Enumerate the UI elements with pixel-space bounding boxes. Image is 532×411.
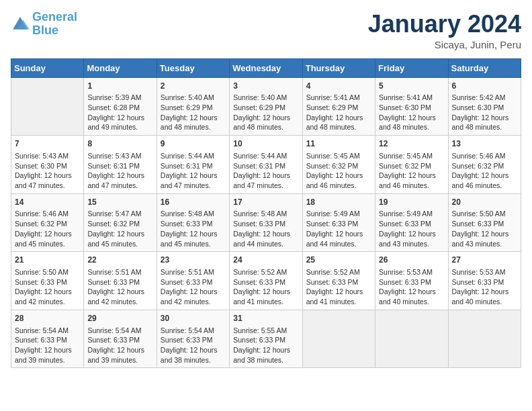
daylight-hours: Daylight: 12 hours and 40 minutes.	[379, 287, 444, 306]
calendar-cell: 15Sunrise: 5:47 AMSunset: 6:32 PMDayligh…	[84, 193, 157, 252]
daylight-hours: Daylight: 12 hours and 41 minutes.	[306, 287, 371, 306]
page-header: General Blue January 2024 Sicaya, Junin,…	[11, 11, 521, 50]
calendar-cell: 25Sunrise: 5:52 AMSunset: 6:33 PMDayligh…	[302, 252, 375, 310]
calendar-cell: 5Sunrise: 5:41 AMSunset: 6:30 PMDaylight…	[375, 77, 448, 136]
day-number: 4	[306, 81, 371, 92]
sunset: Sunset: 6:33 PM	[233, 219, 298, 229]
sunset: Sunset: 6:33 PM	[306, 277, 371, 287]
sunrise: Sunrise: 5:55 AM	[233, 326, 298, 336]
sunrise: Sunrise: 5:39 AM	[87, 93, 152, 103]
sunrise: Sunrise: 5:45 AM	[306, 151, 371, 161]
calendar-cell	[375, 310, 448, 368]
sunrise: Sunrise: 5:50 AM	[15, 267, 80, 277]
calendar-cell: 13Sunrise: 5:46 AMSunset: 6:32 PMDayligh…	[448, 136, 521, 194]
daylight-hours: Daylight: 12 hours and 46 minutes.	[379, 171, 444, 190]
calendar-cell: 12Sunrise: 5:45 AMSunset: 6:32 PMDayligh…	[375, 136, 448, 194]
sunrise: Sunrise: 5:44 AM	[161, 151, 226, 161]
sunrise: Sunrise: 5:50 AM	[452, 209, 517, 219]
day-number: 15	[87, 197, 152, 208]
sunset: Sunset: 6:33 PM	[452, 219, 517, 229]
sunset: Sunset: 6:31 PM	[233, 161, 298, 171]
calendar-cell: 10Sunrise: 5:44 AMSunset: 6:31 PMDayligh…	[230, 136, 302, 194]
calendar-cell: 1Sunrise: 5:39 AMSunset: 6:28 PMDaylight…	[84, 77, 157, 136]
calendar-header: Sunday Monday Tuesday Wednesday Thursday…	[11, 58, 521, 77]
daylight-hours: Daylight: 12 hours and 47 minutes.	[87, 171, 152, 190]
logo-icon	[11, 15, 30, 34]
calendar-cell: 26Sunrise: 5:53 AMSunset: 6:33 PMDayligh…	[375, 252, 448, 310]
calendar-cell: 18Sunrise: 5:49 AMSunset: 6:33 PMDayligh…	[302, 193, 375, 252]
daylight-hours: Daylight: 12 hours and 46 minutes.	[306, 171, 371, 190]
day-number: 21	[15, 255, 80, 266]
sunrise: Sunrise: 5:52 AM	[233, 267, 298, 277]
day-number: 13	[452, 138, 517, 150]
daylight-hours: Daylight: 12 hours and 40 minutes.	[452, 287, 517, 306]
daylight-hours: Daylight: 12 hours and 48 minutes.	[452, 113, 517, 132]
sunset: Sunset: 6:32 PM	[306, 161, 371, 171]
daylight-hours: Daylight: 12 hours and 47 minutes.	[15, 171, 80, 190]
col-friday: Friday	[375, 58, 448, 77]
calendar-cell: 22Sunrise: 5:51 AMSunset: 6:33 PMDayligh…	[84, 252, 157, 310]
daylight-hours: Daylight: 12 hours and 42 minutes.	[161, 287, 226, 306]
day-number: 6	[452, 81, 517, 92]
calendar-cell: 8Sunrise: 5:43 AMSunset: 6:31 PMDaylight…	[84, 136, 157, 194]
calendar-cell: 2Sunrise: 5:40 AMSunset: 6:29 PMDaylight…	[157, 77, 229, 136]
sunrise: Sunrise: 5:40 AM	[161, 93, 226, 103]
sunrise: Sunrise: 5:49 AM	[306, 209, 371, 219]
logo: General Blue	[11, 11, 77, 38]
daylight-hours: Daylight: 12 hours and 48 minutes.	[233, 113, 298, 132]
calendar-cell: 7Sunrise: 5:43 AMSunset: 6:30 PMDaylight…	[11, 136, 84, 194]
day-number: 30	[161, 313, 226, 324]
day-number: 11	[306, 138, 371, 150]
day-number: 3	[233, 81, 298, 92]
col-saturday: Saturday	[448, 58, 521, 77]
sunrise: Sunrise: 5:47 AM	[87, 209, 152, 219]
sunset: Sunset: 6:29 PM	[233, 103, 298, 113]
sunrise: Sunrise: 5:42 AM	[452, 93, 517, 103]
sunrise: Sunrise: 5:48 AM	[161, 209, 226, 219]
daylight-hours: Daylight: 12 hours and 46 minutes.	[452, 171, 517, 190]
day-number: 2	[161, 81, 226, 92]
title-block: January 2024 Sicaya, Junin, Peru	[368, 11, 521, 50]
calendar-cell: 17Sunrise: 5:48 AMSunset: 6:33 PMDayligh…	[230, 193, 302, 252]
sunrise: Sunrise: 5:54 AM	[15, 326, 80, 336]
sunset: Sunset: 6:28 PM	[87, 103, 152, 113]
day-number: 23	[161, 255, 226, 266]
day-number: 28	[15, 313, 80, 324]
sunrise: Sunrise: 5:51 AM	[87, 267, 152, 277]
sunset: Sunset: 6:32 PM	[379, 161, 444, 171]
calendar-cell: 6Sunrise: 5:42 AMSunset: 6:30 PMDaylight…	[448, 77, 521, 136]
calendar-cell: 19Sunrise: 5:49 AMSunset: 6:33 PMDayligh…	[375, 193, 448, 252]
day-number: 24	[233, 255, 298, 266]
day-number: 10	[233, 138, 298, 150]
sunset: Sunset: 6:29 PM	[161, 103, 226, 113]
calendar-cell: 20Sunrise: 5:50 AMSunset: 6:33 PMDayligh…	[448, 193, 521, 252]
day-number: 12	[379, 138, 444, 150]
day-number: 22	[87, 255, 152, 266]
daylight-hours: Daylight: 12 hours and 42 minutes.	[87, 287, 152, 306]
sunset: Sunset: 6:30 PM	[379, 103, 444, 113]
day-number: 29	[87, 313, 152, 324]
daylight-hours: Daylight: 12 hours and 39 minutes.	[87, 345, 152, 365]
calendar-cell: 21Sunrise: 5:50 AMSunset: 6:33 PMDayligh…	[11, 252, 84, 310]
sunset: Sunset: 6:32 PM	[87, 219, 152, 229]
calendar-cell: 14Sunrise: 5:46 AMSunset: 6:32 PMDayligh…	[11, 193, 84, 252]
daylight-hours: Daylight: 12 hours and 38 minutes.	[233, 345, 298, 365]
sunset: Sunset: 6:33 PM	[15, 335, 80, 345]
sunrise: Sunrise: 5:48 AM	[233, 209, 298, 219]
daylight-hours: Daylight: 12 hours and 41 minutes.	[233, 287, 298, 306]
logo-text: General Blue	[32, 11, 77, 38]
header-row: Sunday Monday Tuesday Wednesday Thursday…	[11, 58, 521, 77]
sunset: Sunset: 6:29 PM	[306, 103, 371, 113]
sunset: Sunset: 6:33 PM	[87, 335, 152, 345]
logo-general: General	[32, 10, 77, 24]
day-number: 31	[233, 313, 298, 324]
sunrise: Sunrise: 5:54 AM	[161, 326, 226, 336]
calendar-cell: 4Sunrise: 5:41 AMSunset: 6:29 PMDaylight…	[302, 77, 375, 136]
col-tuesday: Tuesday	[157, 58, 229, 77]
sunset: Sunset: 6:30 PM	[452, 103, 517, 113]
col-sunday: Sunday	[11, 58, 84, 77]
day-number: 25	[306, 255, 371, 266]
sunrise: Sunrise: 5:53 AM	[379, 267, 444, 277]
calendar-week-1: 1Sunrise: 5:39 AMSunset: 6:28 PMDaylight…	[11, 77, 521, 136]
calendar-cell	[302, 310, 375, 368]
